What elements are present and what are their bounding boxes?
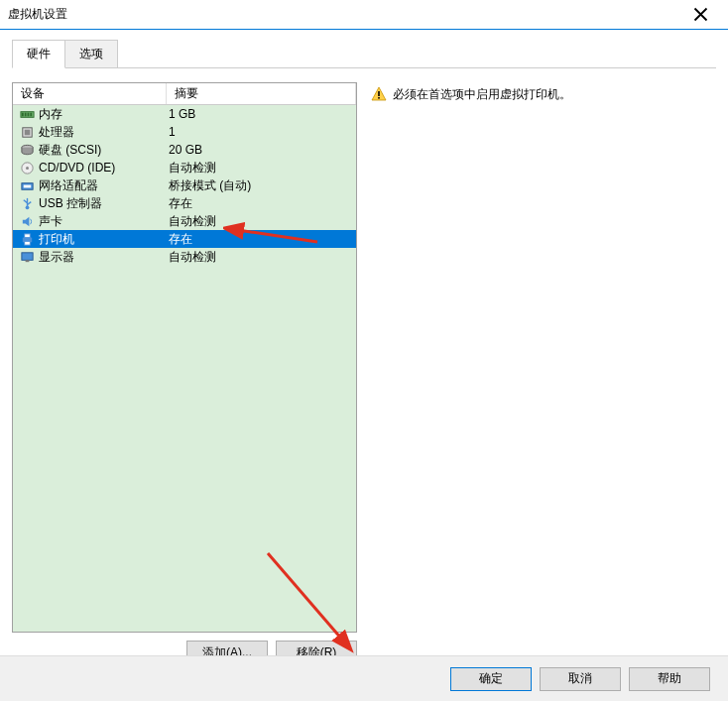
tab-options-label: 选项 <box>79 47 103 60</box>
svg-point-9 <box>26 167 29 170</box>
tab-options[interactable]: 选项 <box>64 40 118 67</box>
warning-icon <box>371 86 387 102</box>
svg-rect-17 <box>24 233 30 237</box>
device-row[interactable]: 声卡自动检测 <box>13 212 356 230</box>
device-row[interactable]: 打印机存在 <box>13 230 356 248</box>
header-summary[interactable]: 摘要 <box>167 83 356 104</box>
tab-panel-hardware: 设备 摘要 内存1 GB处理器1硬盘 (SCSI)20 GBCD/DVD (ID… <box>12 68 716 664</box>
svg-rect-18 <box>24 241 30 245</box>
device-row[interactable]: USB 控制器存在 <box>13 194 356 212</box>
svg-rect-6 <box>24 129 30 135</box>
device-panel: 设备 摘要 内存1 GB处理器1硬盘 (SCSI)20 GBCD/DVD (ID… <box>12 82 357 664</box>
device-row[interactable]: 处理器1 <box>13 123 356 141</box>
close-icon <box>693 7 708 22</box>
device-name: USB 控制器 <box>39 195 166 212</box>
device-name: 内存 <box>39 106 166 123</box>
device-name: 显示器 <box>39 249 166 266</box>
device-summary: 1 <box>166 125 356 139</box>
device-summary: 自动检测 <box>166 160 356 176</box>
cancel-button[interactable]: 取消 <box>540 667 621 691</box>
device-row[interactable]: 内存1 GB <box>13 105 356 123</box>
dialog-content: 硬件 选项 设备 摘要 内存1 GB处理器1硬盘 (SCSI)20 GBCD/D… <box>0 30 728 646</box>
display-icon <box>19 249 35 265</box>
footer: 确定 取消 帮助 <box>0 655 728 701</box>
help-button[interactable]: 帮助 <box>629 667 710 691</box>
device-name: 声卡 <box>39 213 166 230</box>
svg-rect-21 <box>378 91 380 96</box>
svg-rect-3 <box>27 112 29 116</box>
svg-rect-19 <box>21 252 32 260</box>
device-summary: 存在 <box>166 195 356 212</box>
device-name: 硬盘 (SCSI) <box>39 142 166 159</box>
device-summary: 1 GB <box>166 107 356 121</box>
device-row[interactable]: 网络适配器桥接模式 (自动) <box>13 176 356 194</box>
svg-rect-4 <box>30 112 32 116</box>
ok-button[interactable]: 确定 <box>450 667 532 691</box>
cpu-icon <box>19 124 35 140</box>
right-panel: 必须在首选项中启用虚拟打印机。 <box>371 82 716 664</box>
device-row[interactable]: 硬盘 (SCSI)20 GB <box>13 141 356 159</box>
cd-icon <box>19 160 35 175</box>
device-name: 处理器 <box>39 124 166 141</box>
titlebar: 虚拟机设置 <box>0 0 728 30</box>
device-list[interactable]: 设备 摘要 内存1 GB处理器1硬盘 (SCSI)20 GBCD/DVD (ID… <box>12 82 357 633</box>
disk-icon <box>19 142 35 158</box>
device-summary: 桥接模式 (自动) <box>166 177 356 194</box>
tab-bar: 硬件 选项 <box>12 40 716 68</box>
device-summary: 自动检测 <box>166 249 356 266</box>
network-icon <box>19 177 35 193</box>
svg-rect-11 <box>23 184 31 187</box>
tab-hardware-label: 硬件 <box>27 47 51 60</box>
device-summary: 20 GB <box>166 143 356 157</box>
device-name: 网络适配器 <box>39 177 166 194</box>
device-row[interactable]: CD/DVD (IDE)自动检测 <box>13 159 356 176</box>
close-button[interactable] <box>680 1 720 29</box>
sound-icon <box>19 213 35 229</box>
printer-icon <box>19 231 35 247</box>
device-row[interactable]: 显示器自动检测 <box>13 248 356 266</box>
tab-hardware[interactable]: 硬件 <box>12 40 65 68</box>
device-summary: 存在 <box>166 231 356 248</box>
window-title: 虚拟机设置 <box>8 6 680 23</box>
svg-rect-22 <box>378 97 380 99</box>
svg-rect-2 <box>24 112 26 116</box>
warning-row: 必须在首选项中启用虚拟打印机。 <box>371 86 716 103</box>
header-device[interactable]: 设备 <box>13 83 167 104</box>
memory-icon <box>19 106 35 122</box>
device-name: 打印机 <box>39 231 166 248</box>
svg-rect-20 <box>25 260 29 262</box>
device-name: CD/DVD (IDE) <box>39 161 166 175</box>
warning-text: 必须在首选项中启用虚拟打印机。 <box>393 86 571 103</box>
list-header: 设备 摘要 <box>13 83 356 105</box>
device-summary: 自动检测 <box>166 213 356 230</box>
svg-rect-1 <box>21 112 23 116</box>
usb-icon <box>19 195 35 211</box>
